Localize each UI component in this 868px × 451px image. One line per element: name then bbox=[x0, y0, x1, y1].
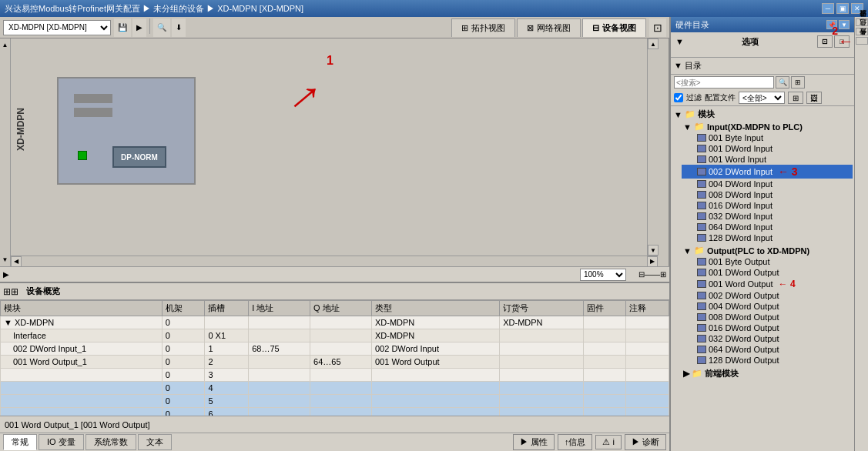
v-scroll-track[interactable] bbox=[648, 49, 658, 245]
action-btn-0[interactable]: ▶ 属性 bbox=[513, 434, 555, 450]
front-folder-icon: 📁 bbox=[692, 369, 702, 379]
action-btn-2[interactable]: ⚠ i bbox=[595, 435, 622, 449]
topology-tab[interactable]: ⊞ 拓扑视图 bbox=[451, 18, 515, 37]
cell-order bbox=[500, 408, 583, 416]
input-item-0[interactable]: 001 Byte Input bbox=[682, 132, 853, 143]
output-item-6[interactable]: 016 DWord Output bbox=[682, 322, 853, 333]
minimize-button[interactable]: ─ bbox=[822, 3, 834, 14]
go-online-btn[interactable]: ▶ bbox=[132, 18, 146, 37]
out-icon-8 bbox=[697, 346, 706, 353]
scroll-up-arrow[interactable]: ▲ bbox=[648, 38, 659, 49]
output-item-5[interactable]: 008 DWord Output bbox=[682, 312, 853, 322]
output-item-0[interactable]: 001 Byte Output bbox=[682, 256, 853, 267]
search-options-btn[interactable]: ⊞ bbox=[791, 76, 805, 89]
cell-slot: 2 bbox=[205, 356, 249, 369]
device-selector[interactable]: XD-MDPN [XD-MDPN] bbox=[3, 20, 111, 35]
output-item-3[interactable]: 002 DWord Output bbox=[682, 290, 853, 301]
table-row[interactable]: 001 Word Output_1 0 2 64…65 001 Word Out… bbox=[1, 356, 669, 369]
config-select[interactable]: <全部> bbox=[739, 92, 785, 104]
status-tab-0[interactable]: 常规 bbox=[3, 434, 37, 450]
scroll-down-btn[interactable]: ▼ bbox=[1, 255, 10, 265]
output-group-header[interactable]: ▼ 📁 Output(PLC to XD-MDPN) bbox=[682, 245, 853, 256]
filter-apply-btn[interactable]: ⊞ bbox=[788, 92, 803, 104]
close-button[interactable]: ✕ bbox=[851, 3, 863, 14]
scroll-up-btn[interactable]: ▲ bbox=[1, 40, 10, 50]
diagram-area[interactable]: XD-MDPN DP-NORM → 1 ▲ ▼ bbox=[11, 38, 669, 266]
input-group-header[interactable]: ▼ 📁 Input(XD-MDPN to PLC) bbox=[682, 121, 853, 132]
cell-qaddr bbox=[310, 382, 372, 395]
hw-catalog[interactable]: ▼ 📁 模块 ▼ 📁 Input(XD-MDPN to PLC) 001 Byt… bbox=[671, 106, 854, 451]
scroll-right-arrow[interactable]: ▶ bbox=[647, 256, 658, 267]
dp-norm-btn[interactable]: DP-NORM bbox=[112, 146, 166, 168]
cell-rack: 0 bbox=[162, 395, 205, 408]
input-item-7[interactable]: 032 DWord Input bbox=[682, 211, 853, 222]
output-item-9[interactable]: 128 DWord Output bbox=[682, 355, 853, 366]
item-icon-0 bbox=[697, 134, 706, 142]
zoom-btn[interactable]: 🔍 bbox=[153, 18, 170, 37]
device-table-container[interactable]: 模块 机架 插槽 I 地址 Q 地址 类型 订货号 固件 注释 bbox=[0, 300, 669, 416]
input-item-5[interactable]: 008 DWord Input bbox=[682, 189, 853, 200]
table-row[interactable]: 002 DWord Input_1 0 1 68…75 002 DWord In… bbox=[1, 342, 669, 356]
input-item-2[interactable]: 001 Word Input bbox=[682, 154, 853, 165]
network-tab[interactable]: ⊠ 网络视图 bbox=[517, 18, 581, 37]
output-item-7[interactable]: 032 DWord Output bbox=[682, 333, 853, 344]
input-item-1[interactable]: 001 DWord Input bbox=[682, 143, 853, 154]
panel-toggle-btn[interactable]: ⊡ bbox=[649, 18, 666, 37]
search-btn[interactable]: 🔍 bbox=[776, 76, 789, 89]
cell-firmware bbox=[583, 342, 626, 356]
cell-type bbox=[371, 408, 499, 416]
front-module-header[interactable]: ▶ 📁 前端模块 bbox=[682, 367, 853, 380]
table-row[interactable]: Interface 0 0 X1 XD-MDPN bbox=[1, 329, 669, 342]
titlebar: 兴达易控Modbus转Profinet网关配置 ▶ 未分组的设备 ▶ XD-MD… bbox=[0, 0, 868, 17]
input-item-9[interactable]: 128 DWord Input bbox=[682, 232, 853, 243]
table-row[interactable]: 0 6 bbox=[1, 408, 669, 416]
topology-icon: ⊞ bbox=[461, 23, 468, 33]
cell-order bbox=[500, 382, 583, 395]
filter-checkbox[interactable] bbox=[674, 93, 683, 102]
side-tab-resources[interactable]: 资源目录 bbox=[856, 18, 868, 26]
input-item-3[interactable]: 002 DWord Input← 3 bbox=[682, 165, 853, 179]
zoom-select[interactable]: 100% bbox=[580, 269, 626, 281]
catalog-module-header[interactable]: ▼ 📁 模块 bbox=[672, 108, 853, 121]
output-item-1[interactable]: 001 DWord Output bbox=[682, 267, 853, 278]
hw-menu-btn[interactable]: ▼ bbox=[839, 20, 850, 29]
table-row[interactable]: 0 3 bbox=[1, 369, 669, 382]
status-tab-1[interactable]: IO 变量 bbox=[39, 434, 84, 450]
hw-options-row: ▼ 选项 ⊡ □ bbox=[675, 35, 850, 48]
device-tab[interactable]: ⊟ 设备视图 bbox=[582, 18, 646, 37]
cell-module: 002 DWord Input_1 bbox=[1, 342, 163, 356]
scroll-down-arrow[interactable]: ▼ bbox=[648, 245, 659, 256]
hw-search: ▼ 目录 bbox=[671, 58, 854, 75]
input-item-6[interactable]: 016 DWord Input bbox=[682, 200, 853, 211]
status-tabs-row: 常规IO 变量系统常数文本 ▶ 属性↑信息⚠ i▶ 诊断 bbox=[0, 433, 669, 451]
col-iaddr: I 地址 bbox=[249, 301, 310, 316]
cell-type bbox=[371, 369, 499, 382]
scroll-left-arrow[interactable]: ◀ bbox=[11, 256, 22, 267]
status-tab-2[interactable]: 系统常数 bbox=[85, 434, 136, 450]
cell-qaddr bbox=[310, 316, 372, 329]
cell-module: Interface bbox=[1, 329, 163, 342]
action-btn-3[interactable]: ▶ 诊断 bbox=[625, 434, 666, 450]
input-item-4[interactable]: 004 DWord Input bbox=[682, 179, 853, 189]
main-layout: XD-MDPN [XD-MDPN] 💾 ▶ 🔍 ⬇ ⊞ 拓扑视图 ⊠ 网络视图 bbox=[0, 17, 868, 451]
front-module-section: ▶ 📁 前端模块 bbox=[672, 367, 853, 380]
search-input[interactable] bbox=[674, 76, 774, 89]
table-row[interactable]: ▼ XD-MDPN 0 XD-MDPN XD-MDPN bbox=[1, 316, 669, 329]
table-row[interactable]: 0 5 bbox=[1, 395, 669, 408]
output-item-8[interactable]: 064 DWord Output bbox=[682, 344, 853, 355]
save-btn[interactable]: 💾 bbox=[114, 18, 131, 37]
item-icon-2 bbox=[697, 155, 706, 163]
action-btn-1[interactable]: ↑信息 bbox=[558, 434, 593, 450]
options-btn1[interactable]: ⊡ bbox=[817, 35, 833, 48]
side-tab-tasks[interactable]: 任务卡片 bbox=[856, 37, 868, 45]
input-item-8[interactable]: 064 DWord Input bbox=[682, 222, 853, 232]
download-btn[interactable]: ⬇ bbox=[172, 18, 186, 37]
table-row[interactable]: 0 4 bbox=[1, 382, 669, 395]
status-tab-3[interactable]: 文本 bbox=[138, 434, 172, 450]
filter-view-btn[interactable]: 🖼 bbox=[806, 92, 822, 104]
out-icon-5 bbox=[697, 313, 706, 321]
output-item-2[interactable]: 001 Word Output← 4 bbox=[682, 278, 853, 290]
side-tab-info[interactable]: 信息 bbox=[856, 28, 868, 35]
output-item-4[interactable]: 004 DWord Output bbox=[682, 301, 853, 312]
restore-button[interactable]: ▣ bbox=[836, 3, 849, 14]
